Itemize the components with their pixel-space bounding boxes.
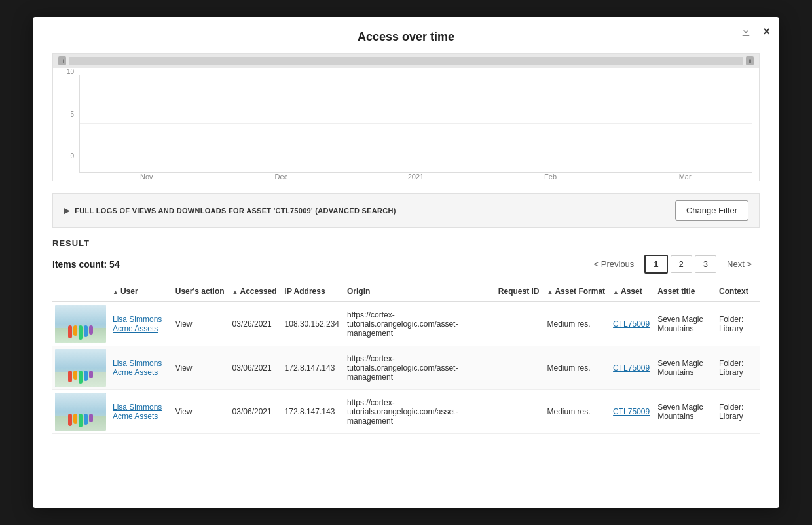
page-2-button[interactable]: 2 (671, 255, 692, 273)
page-1-button[interactable]: 1 (644, 255, 667, 274)
x-label-2021: 2021 (348, 173, 483, 181)
x-label-nov: Nov (79, 173, 214, 181)
chart-grid-lines (80, 75, 752, 172)
th-accessed[interactable]: ▲Accessed (229, 281, 281, 302)
results-table: ▲User User's action ▲Accessed IP Address… (52, 281, 760, 434)
table-row: Lisa Simmons Acme Assets View 03/06/2021… (52, 390, 760, 434)
asset-format-cell: Medium res. (544, 346, 610, 390)
request-id-cell (494, 390, 544, 434)
filter-description: FULL LOGS OF VIEWS AND DOWNLOADS FOR ASS… (75, 207, 396, 215)
asset-title-cell: Seven Magic Mountains (654, 346, 715, 390)
asset-link[interactable]: CTL75009 (613, 407, 650, 416)
context-cell: Folder: Library (715, 346, 760, 390)
th-user[interactable]: ▲User (109, 281, 172, 302)
th-asset-format[interactable]: ▲Asset Format (544, 281, 610, 302)
user-link[interactable]: Lisa Simmons Acme Assets (113, 359, 162, 377)
user-link[interactable]: Lisa Simmons Acme Assets (113, 403, 162, 421)
thumbnail-art (55, 305, 106, 343)
asset-cell: CTL75009 (609, 390, 654, 434)
chart-x-labels: Nov Dec 2021 Feb Mar (53, 173, 759, 181)
user-cell: Lisa Simmons Acme Assets (109, 390, 172, 434)
next-button[interactable]: Next > (719, 256, 760, 272)
asset-cell: CTL75009 (609, 346, 654, 390)
origin-cell: https://cortex-tutorials.orangelogic.com… (343, 346, 494, 390)
chart-slider[interactable]: ⏸ ⏸ (53, 54, 759, 68)
th-ip-address: IP Address (281, 281, 343, 302)
slider-track (69, 57, 743, 65)
thumbnail-art (55, 393, 106, 431)
accessed-cell: 03/26/2021 (229, 302, 281, 346)
chart-area: ⏸ ⏸ 10 5 0 (52, 53, 760, 181)
user-link[interactable]: Lisa Simmons Acme Assets (113, 315, 162, 333)
chart-y-labels: 10 5 0 (53, 68, 77, 160)
user-cell: Lisa Simmons Acme Assets (109, 346, 172, 390)
asset-cell: CTL75009 (609, 302, 654, 346)
y-label-10: 10 (67, 68, 74, 75)
grid-line-bottom (80, 172, 752, 172)
previous-button[interactable]: < Previous (586, 256, 642, 272)
modal-container: × Access over time ⏸ ⏸ 10 5 0 (33, 17, 779, 508)
filter-expand-icon[interactable]: ▶ (64, 206, 69, 215)
pagination-row: Items count: 54 < Previous 1 2 3 Next > (52, 255, 760, 274)
asset-format-cell: Medium res. (544, 302, 610, 346)
accessed-cell: 03/06/2021 (229, 346, 281, 390)
items-count: Items count: 54 (52, 259, 120, 270)
ip-cell: 108.30.152.234 (281, 302, 343, 346)
th-thumbnail (52, 281, 109, 302)
thumbnail-dots (68, 371, 93, 384)
request-id-cell (494, 346, 544, 390)
thumbnail-cell (52, 390, 109, 434)
x-label-feb: Feb (483, 173, 618, 181)
asset-title-cell: Seven Magic Mountains (654, 390, 715, 434)
result-label: RESULT (52, 238, 760, 248)
user-cell: Lisa Simmons Acme Assets (109, 302, 172, 346)
pagination: < Previous 1 2 3 Next > (586, 255, 760, 274)
th-request-id: Request ID (494, 281, 544, 302)
th-users-action: User's action (172, 281, 229, 302)
table-row: Lisa Simmons Acme Assets View 03/06/2021… (52, 346, 760, 390)
grid-line-mid (80, 123, 752, 124)
table-row: Lisa Simmons Acme Assets View 03/26/2021… (52, 302, 760, 346)
action-cell: View (172, 390, 229, 434)
request-id-cell (494, 302, 544, 346)
x-label-mar: Mar (618, 173, 752, 181)
action-cell: View (172, 346, 229, 390)
page-3-button[interactable]: 3 (695, 255, 716, 273)
asset-thumbnail (55, 393, 106, 431)
th-asset-title: Asset title (654, 281, 715, 302)
thumbnail-dots (68, 414, 93, 427)
slider-right-handle[interactable]: ⏸ (746, 56, 754, 65)
y-label-0: 0 (70, 153, 74, 160)
filter-text: ▶ FULL LOGS OF VIEWS AND DOWNLOADS FOR A… (64, 206, 396, 215)
grid-line-top (80, 75, 752, 75)
asset-link[interactable]: CTL75009 (613, 363, 650, 372)
change-filter-button[interactable]: Change Filter (675, 200, 748, 221)
close-button[interactable]: × (763, 25, 770, 39)
x-label-dec: Dec (214, 173, 349, 181)
y-label-5: 5 (70, 111, 74, 118)
slider-left-handle[interactable]: ⏸ (58, 56, 66, 65)
action-cell: View (172, 302, 229, 346)
th-context: Context (715, 281, 760, 302)
asset-link[interactable]: CTL75009 (613, 319, 650, 329)
context-cell: Folder: Library (715, 390, 760, 434)
modal-title: Access over time (52, 30, 760, 44)
asset-thumbnail (55, 349, 106, 387)
thumbnail-art (55, 349, 106, 387)
chart-bars (79, 75, 752, 173)
asset-format-cell: Medium res. (544, 390, 610, 434)
origin-cell: https://cortex-tutorials.orangelogic.com… (343, 390, 494, 434)
th-origin: Origin (343, 281, 494, 302)
download-icon[interactable] (740, 26, 752, 41)
filter-row: ▶ FULL LOGS OF VIEWS AND DOWNLOADS FOR A… (52, 193, 760, 228)
table-header-row: ▲User User's action ▲Accessed IP Address… (52, 281, 760, 302)
asset-title-cell: Seven Magic Mountains (654, 302, 715, 346)
accessed-cell: 03/06/2021 (229, 390, 281, 434)
thumbnail-cell (52, 346, 109, 390)
context-cell: Folder: Library (715, 302, 760, 346)
ip-cell: 172.8.147.143 (281, 390, 343, 434)
origin-cell: https://cortex-tutorials.orangelogic.com… (343, 302, 494, 346)
th-asset[interactable]: ▲Asset (609, 281, 654, 302)
thumbnail-cell (52, 302, 109, 346)
result-section: RESULT Items count: 54 < Previous 1 2 3 … (52, 238, 760, 434)
